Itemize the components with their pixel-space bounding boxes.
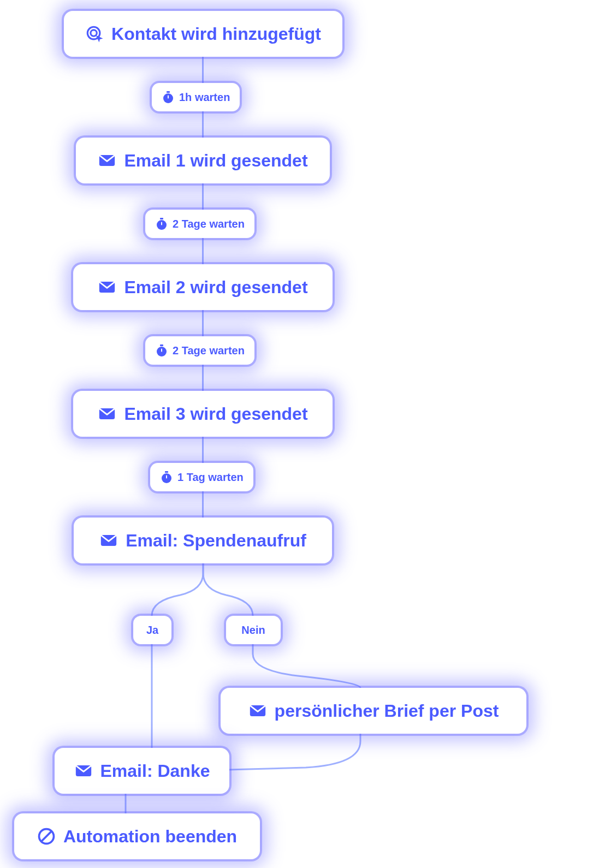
node-wait-2days-b: 2 Tage warten (145, 336, 254, 365)
node-label: Ja (146, 624, 158, 637)
svg-rect-8 (161, 222, 162, 225)
node-email-1: Email 1 wird gesendet (76, 138, 330, 183)
svg-rect-4 (168, 96, 169, 99)
node-wait-1h: 1h warten (152, 83, 240, 111)
node-automation-end: Automation beenden (14, 813, 260, 859)
node-label: Email 3 wird gesendet (124, 404, 307, 424)
node-label: Email 2 wird gesendet (124, 277, 307, 298)
stop-icon (37, 827, 56, 846)
stopwatch-icon (155, 344, 168, 357)
svg-rect-6 (160, 218, 163, 219)
svg-rect-12 (161, 349, 162, 352)
envelope-icon (98, 278, 116, 296)
node-email-2: Email 2 wird gesendet (73, 264, 333, 310)
click-target-icon (85, 25, 104, 43)
stopwatch-icon (155, 217, 168, 230)
node-contact-added: Kontakt wird hinzugefügt (64, 11, 342, 57)
node-email-3: Email 3 wird gesendet (73, 391, 333, 437)
envelope-icon (98, 151, 116, 170)
node-wait-2days-a: 2 Tage warten (145, 210, 254, 238)
node-label: 2 Tage warten (173, 344, 245, 357)
svg-rect-10 (160, 344, 163, 346)
node-decision-yes: Ja (133, 616, 171, 644)
node-email-donation-call: Email: Spendenaufruf (74, 518, 332, 563)
envelope-icon (248, 701, 267, 720)
node-label: Automation beenden (63, 827, 237, 847)
svg-point-1 (91, 30, 97, 36)
svg-rect-14 (165, 471, 168, 473)
node-label: Email 1 wird gesendet (124, 151, 307, 171)
node-label: 1h warten (179, 91, 230, 104)
node-personal-letter: persönlicher Brief per Post (221, 688, 526, 734)
svg-rect-2 (167, 91, 170, 93)
node-label: Kontakt wird hinzugefügt (111, 24, 321, 44)
node-decision-no: Nein (226, 616, 281, 644)
svg-line-21 (41, 832, 51, 841)
node-email-thanks: Email: Danke (55, 748, 229, 794)
node-label: Email: Danke (100, 761, 210, 781)
svg-rect-16 (166, 475, 167, 479)
envelope-icon (98, 405, 116, 423)
node-label: Nein (241, 624, 265, 637)
stopwatch-icon (160, 471, 173, 484)
stopwatch-icon (162, 91, 175, 104)
node-label: Email: Spendenaufruf (126, 531, 306, 551)
envelope-icon (74, 762, 93, 780)
node-label: 1 Tag warten (177, 471, 244, 484)
node-label: 2 Tage warten (173, 218, 245, 230)
node-wait-1day: 1 Tag warten (150, 463, 253, 491)
node-label: persönlicher Brief per Post (275, 701, 499, 721)
envelope-icon (99, 531, 118, 550)
